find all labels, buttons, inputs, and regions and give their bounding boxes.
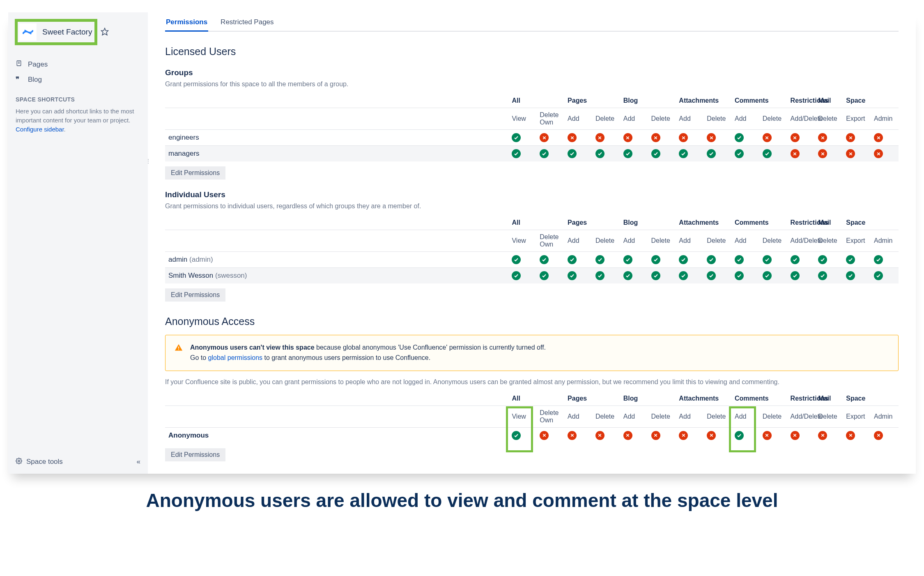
anonymous-permissions-table: AllPagesBlogAttachmentsCommentsRestricti… xyxy=(165,392,899,443)
svg-point-4 xyxy=(18,460,20,462)
users-desc: Grant permissions to individual users, r… xyxy=(165,203,899,210)
check-icon xyxy=(651,149,660,158)
warning-icon xyxy=(175,343,183,353)
tab-permissions[interactable]: Permissions xyxy=(165,18,208,32)
perm-cell xyxy=(620,130,648,146)
edit-permissions-button[interactable]: Edit Permissions xyxy=(165,166,225,180)
edit-permissions-button[interactable]: Edit Permissions xyxy=(165,288,225,302)
tabs: Permissions Restricted Pages xyxy=(165,18,899,32)
global-permissions-link[interactable]: global permissions xyxy=(208,354,263,361)
perm-cell xyxy=(508,146,536,162)
perm-cell xyxy=(508,268,536,284)
perm-cell xyxy=(620,146,648,162)
perm-cell xyxy=(759,427,787,443)
perm-cell xyxy=(648,252,676,268)
perm-cell xyxy=(703,146,731,162)
cross-icon xyxy=(540,431,549,440)
perm-sub-header: Delete xyxy=(703,108,731,130)
perm-cell xyxy=(703,427,731,443)
perm-sub-header: Add/Delete xyxy=(787,108,815,130)
cross-icon xyxy=(763,133,772,142)
perm-cell xyxy=(815,427,843,443)
shortcuts-help: Here you can add shortcut links to the m… xyxy=(16,107,140,134)
check-icon xyxy=(735,133,744,142)
perm-cell xyxy=(592,268,620,284)
cross-icon xyxy=(846,431,855,440)
perm-sub-header: Export xyxy=(843,406,871,427)
row-label: engineers xyxy=(165,130,508,146)
perm-cell xyxy=(731,427,759,443)
edit-permissions-button[interactable]: Edit Permissions xyxy=(165,448,225,461)
check-icon xyxy=(818,255,827,264)
perm-cell xyxy=(843,146,871,162)
check-icon xyxy=(540,149,549,158)
star-icon[interactable] xyxy=(101,28,109,37)
perm-sub-header: Delete xyxy=(759,230,787,252)
perm-sub-header: Delete Own xyxy=(536,230,564,252)
cross-icon xyxy=(707,133,716,142)
perm-sub-header: Admin xyxy=(871,108,899,130)
perm-cell xyxy=(815,146,843,162)
cross-icon xyxy=(595,133,605,142)
sidebar-item-pages[interactable]: Pages xyxy=(16,57,140,72)
licensed-users-heading: Licensed Users xyxy=(165,46,899,58)
perm-sub-header: Delete Own xyxy=(536,108,564,130)
perm-group-header: Mail xyxy=(815,392,843,406)
table-row: managers xyxy=(165,146,899,162)
perm-group-header: Mail xyxy=(815,94,843,108)
perm-cell xyxy=(620,427,648,443)
perm-cell xyxy=(787,146,815,162)
resize-handle-icon[interactable]: ⋮ xyxy=(148,156,150,166)
perm-cell xyxy=(871,427,899,443)
shortcuts-label: SPACE SHORTCUTS xyxy=(16,96,140,103)
tab-restricted-pages[interactable]: Restricted Pages xyxy=(220,18,274,31)
collapse-sidebar-icon[interactable]: « xyxy=(137,458,140,466)
groups-heading: Groups xyxy=(165,68,899,77)
cross-icon xyxy=(874,431,883,440)
cross-icon xyxy=(623,431,632,440)
perm-group-header: Attachments xyxy=(676,392,731,406)
perm-cell xyxy=(843,427,871,443)
perm-sub-header: Add xyxy=(620,406,648,427)
perm-sub-header: View xyxy=(508,230,536,252)
cross-icon xyxy=(818,431,827,440)
perm-sub-header: Delete xyxy=(592,108,620,130)
check-icon xyxy=(568,255,577,264)
space-header[interactable]: Sweet Factory xyxy=(16,20,97,44)
perm-sub-header: Add xyxy=(676,406,703,427)
perm-sub-header: Add xyxy=(620,108,648,130)
check-icon xyxy=(735,255,744,264)
page-icon xyxy=(16,60,23,69)
perm-group-header: Restrictions xyxy=(787,392,815,406)
cross-icon xyxy=(540,133,549,142)
check-icon xyxy=(763,255,772,264)
perm-cell xyxy=(815,252,843,268)
perm-sub-header: Export xyxy=(843,108,871,130)
perm-cell xyxy=(564,268,592,284)
sidebar-item-blog[interactable]: ❞ Blog xyxy=(16,72,140,87)
anonymous-warning: Anonymous users can't view this space be… xyxy=(165,335,899,371)
perm-sub-header: Export xyxy=(843,230,871,252)
perm-group-header: Space xyxy=(843,94,899,108)
check-icon xyxy=(623,149,632,158)
row-label: admin (admin) xyxy=(165,252,508,268)
perm-cell xyxy=(648,268,676,284)
perm-cell xyxy=(871,252,899,268)
check-icon xyxy=(623,271,632,280)
check-icon xyxy=(707,271,716,280)
perm-cell xyxy=(787,252,815,268)
perm-group-header: Attachments xyxy=(676,216,731,230)
sidebar: Sweet Factory Pages ❞ Blog xyxy=(8,12,148,474)
perm-group-header: Blog xyxy=(620,216,676,230)
perm-cell xyxy=(759,252,787,268)
perm-sub-header: Add xyxy=(620,230,648,252)
perm-cell xyxy=(536,427,564,443)
perm-sub-header: Admin xyxy=(871,230,899,252)
space-tools-button[interactable]: Space tools xyxy=(16,458,63,466)
perm-cell xyxy=(508,130,536,146)
perm-cell xyxy=(787,427,815,443)
check-icon xyxy=(735,149,744,158)
configure-sidebar-link[interactable]: Configure sidebar xyxy=(16,126,64,133)
svg-marker-0 xyxy=(101,28,108,35)
cross-icon xyxy=(651,133,660,142)
